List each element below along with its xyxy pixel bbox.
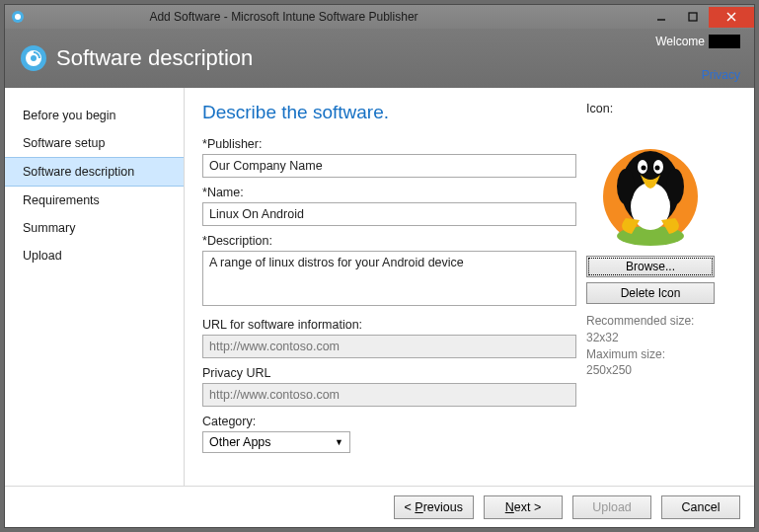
- name-input[interactable]: [202, 202, 576, 226]
- cancel-button[interactable]: Cancel: [661, 495, 740, 519]
- sidebar-item-summary[interactable]: Summary: [5, 214, 184, 242]
- tux-icon: [586, 119, 715, 248]
- svg-point-17: [666, 169, 684, 204]
- intune-logo-icon: [21, 45, 46, 71]
- url-info-row: URL for software information:: [202, 318, 576, 358]
- window-buttons: [645, 7, 754, 28]
- username-redacted: [709, 35, 740, 48]
- category-label: Category:: [202, 415, 576, 428]
- sidebar-item-upload[interactable]: Upload: [5, 242, 184, 269]
- sidebar-item-software-setup[interactable]: Software setup: [5, 129, 184, 157]
- svg-rect-3: [689, 13, 697, 21]
- delete-icon-button[interactable]: Delete Icon: [586, 282, 715, 304]
- privacy-url-label: Privacy URL: [202, 366, 576, 380]
- page-title: Software description: [56, 45, 253, 71]
- hint-rec-value: 32x32: [586, 331, 619, 344]
- welcome-text: Welcome: [655, 35, 705, 48]
- description-row: Description:: [202, 234, 576, 310]
- privacy-url-row: Privacy URL: [202, 366, 576, 407]
- main-panel: Describe the software. Publisher: Name: …: [185, 88, 754, 486]
- app-icon: [11, 10, 25, 24]
- privacy-url-input[interactable]: [202, 383, 576, 407]
- minimize-button[interactable]: [645, 7, 677, 28]
- svg-point-1: [15, 14, 21, 20]
- publisher-row: Publisher:: [202, 137, 576, 178]
- category-row: Category: Other Apps ▼: [202, 415, 576, 453]
- previous-button[interactable]: < Previous: [394, 495, 474, 519]
- description-label: Description:: [202, 234, 576, 248]
- sidebar-item-software-description[interactable]: Software description: [5, 157, 184, 187]
- main-heading: Describe the software.: [202, 102, 576, 123]
- name-row: Name:: [202, 186, 576, 226]
- svg-point-14: [642, 166, 646, 171]
- svg-point-7: [31, 55, 37, 61]
- privacy-link[interactable]: Privacy: [702, 68, 740, 82]
- close-button[interactable]: [709, 7, 754, 28]
- window-title: Add Software - Microsoft Intune Software…: [31, 10, 645, 24]
- icon-label: Icon:: [586, 102, 740, 115]
- sidebar-item-before-you-begin[interactable]: Before you begin: [5, 102, 184, 129]
- hint-rec-label: Recommended size:: [586, 314, 694, 328]
- svg-point-16: [617, 169, 635, 204]
- category-value: Other Apps: [209, 435, 271, 449]
- form-column: Describe the software. Publisher: Name: …: [202, 102, 586, 486]
- body: Before you begin Software setup Software…: [5, 88, 754, 486]
- browse-button[interactable]: Browse...: [586, 256, 715, 277]
- url-info-label: URL for software information:: [202, 318, 576, 332]
- name-label: Name:: [202, 186, 576, 199]
- category-select[interactable]: Other Apps ▼: [202, 431, 350, 453]
- icon-column: Icon:: [586, 102, 754, 486]
- description-input[interactable]: [202, 251, 576, 306]
- icon-hint: Recommended size: 32x32 Maximum size: 25…: [586, 313, 740, 379]
- app-window: Add Software - Microsoft Intune Software…: [4, 4, 755, 528]
- hint-max-label: Maximum size:: [586, 347, 665, 361]
- svg-point-15: [655, 166, 660, 171]
- maximize-button[interactable]: [677, 7, 709, 28]
- sidebar-item-requirements[interactable]: Requirements: [5, 187, 184, 214]
- footer: < Previous Next > Upload Cancel: [5, 486, 754, 527]
- chevron-down-icon: ▼: [335, 437, 343, 447]
- publisher-label: Publisher:: [202, 137, 576, 151]
- publisher-input[interactable]: [202, 154, 576, 178]
- hint-max-value: 250x250: [586, 363, 632, 377]
- welcome-label: Welcome: [655, 35, 740, 48]
- icon-preview: [586, 119, 715, 248]
- upload-button: Upload: [572, 495, 651, 519]
- wizard-sidebar: Before you begin Software setup Software…: [5, 88, 185, 486]
- page-header: Software description Welcome Privacy: [5, 29, 754, 88]
- url-info-input[interactable]: [202, 335, 576, 358]
- next-button[interactable]: Next >: [484, 495, 563, 519]
- titlebar: Add Software - Microsoft Intune Software…: [5, 5, 754, 29]
